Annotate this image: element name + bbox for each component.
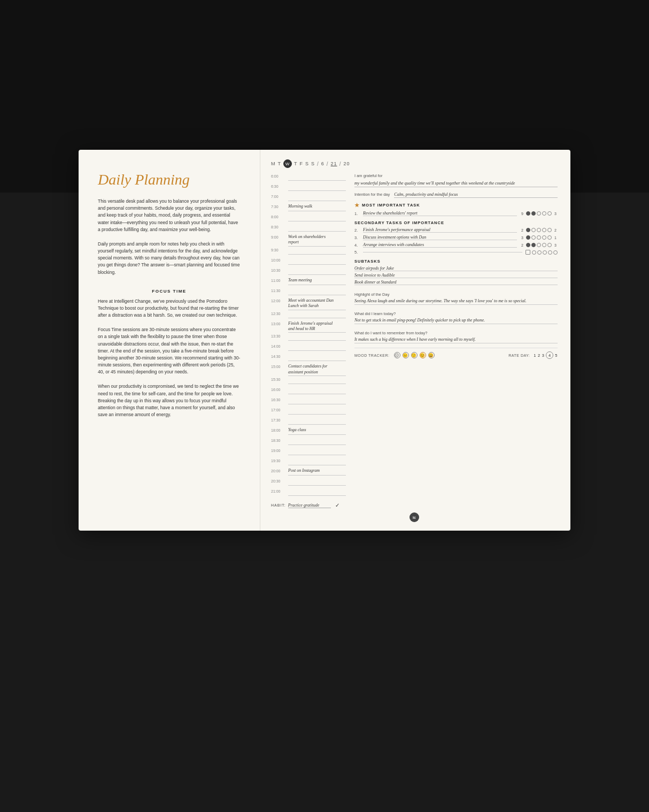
rate-3[interactable]: 3 (542, 353, 545, 358)
day-f[interactable]: F (300, 161, 304, 166)
date-year[interactable]: 20 (343, 161, 350, 166)
schedule-row-1130: 11:30 (271, 288, 346, 297)
schedule-row-1600: 16:00 (271, 387, 346, 396)
time-930: 9:30 (271, 247, 288, 252)
dot-1-5 (547, 211, 552, 216)
rating-target-2: 2 (520, 228, 524, 232)
gratitude-value[interactable]: my wonderful family and the quality time… (354, 180, 558, 187)
time-1230: 12:30 (271, 311, 288, 316)
task-rating-5 (526, 250, 558, 255)
rating-target-3: 3 (520, 236, 524, 240)
task-text-3[interactable]: Discuss investment options with Dan (363, 235, 517, 240)
task-num-1: 1. (354, 211, 360, 216)
learned-label: What did I learn today? (354, 311, 396, 316)
date-day[interactable]: 21 (331, 161, 337, 166)
intro-text: This versatile desk pad allows you to ba… (98, 198, 241, 233)
intention-label: Intention for the day (354, 192, 390, 197)
date-month[interactable]: 6 (321, 161, 324, 166)
star-icon: ★ (354, 202, 360, 208)
schedule-row-830: 8:30 (271, 224, 346, 234)
task-text-4[interactable]: Arrange interviews with candidates (363, 242, 517, 248)
entry-1500[interactable]: Contact candidates forassistant position (288, 364, 346, 376)
remember-value[interactable]: It makes such a big difference when I ha… (354, 336, 558, 343)
entry-1300[interactable]: Finish Jerome's appraisaland head to HR (288, 321, 346, 333)
dot-3-2 (531, 235, 536, 240)
task-num-3: 3. (354, 235, 360, 240)
time-1500: 15:00 (271, 364, 288, 369)
entry-900[interactable]: Work on shareholdersreport (288, 234, 346, 247)
entry-1800[interactable]: Yoga class (288, 427, 346, 435)
time-700: 7:00 (271, 194, 288, 198)
day-t2[interactable]: T (294, 161, 298, 166)
schedule-row-2030: 20:30 (271, 478, 346, 488)
day-s2[interactable]: S (311, 161, 315, 166)
schedule-row-1200: 12:00 Meet with accountant DanLunch with… (271, 298, 346, 310)
task-text-2[interactable]: Finish Jerome's performance appraisal (363, 227, 517, 233)
mood-4-active[interactable]: 😊 (420, 352, 426, 358)
task-num-4: 4. (354, 243, 360, 248)
schedule-row-1930: 19:30 (271, 458, 346, 468)
remember-label: What do I want to remember from today? (354, 331, 427, 335)
entry-1100[interactable]: Team meeting (288, 278, 346, 285)
dot-4-5 (547, 243, 552, 247)
mood-3[interactable]: 🙂 (411, 352, 418, 358)
subtask-text-1[interactable]: Order airpods for Jake (354, 266, 558, 271)
day-t1[interactable]: T (278, 161, 282, 166)
rate-1[interactable]: 1 (534, 353, 536, 358)
mood-5[interactable]: 😄 (428, 352, 435, 358)
entry-730[interactable]: Morning walk (288, 204, 346, 211)
time-1430: 14:30 (271, 354, 288, 358)
dot-3-4 (542, 235, 546, 240)
schedule-row-1730: 17:30 (271, 417, 346, 427)
intention-value[interactable]: Calm, productivity and mindful focus (394, 191, 558, 198)
highlight-value[interactable]: Seeing Alexa laugh and smile during our … (354, 298, 558, 305)
task-text-1[interactable]: Review the shareholders' report (363, 211, 517, 216)
subtask-text-3[interactable]: Book dinner at Standard (354, 280, 558, 285)
schedule-row-1330: 13:30 (271, 333, 346, 343)
schedule-row-1100: 11:00 Team meeting (271, 278, 346, 287)
mood-section: MOOD TRACKER: ☹ 😐 🙂 😊 😄 (354, 352, 435, 358)
mood-2[interactable]: 😐 (403, 352, 409, 358)
rate-2[interactable]: 2 (538, 353, 540, 358)
time-1300: 13:00 (271, 321, 288, 326)
learned-value[interactable]: Not to get stuck in email ping-pong! Def… (354, 317, 558, 324)
schedule-row-930: 9:30 (271, 247, 346, 257)
habit-checkmark[interactable]: ✓ (335, 502, 339, 508)
habit-value[interactable]: Practice gratitude (288, 503, 331, 508)
day-m[interactable]: M (271, 161, 276, 166)
right-inner: 6:00 6:30 7:00 7:30 Morning walk 8:00 (271, 173, 558, 508)
time-1530: 15:30 (271, 377, 288, 381)
dot-5-5 (553, 250, 558, 255)
time-630: 6:30 (271, 183, 288, 188)
time-800: 8:00 (271, 214, 288, 219)
gratitude-row: I am grateful for (354, 173, 558, 178)
ic-logo-circle: ic (410, 512, 419, 522)
schedule-row-1300: 13:00 Finish Jerome's appraisaland head … (271, 321, 346, 333)
time-1900: 19:00 (271, 448, 288, 453)
focus-text-2: Focus Time sessions are 30-minute sessio… (98, 326, 241, 376)
dots-3 (526, 235, 552, 240)
task-rating-2: 2 2 (520, 228, 558, 232)
rate-label: RATE DAY: (508, 354, 530, 357)
day-w-active[interactable]: W (283, 159, 292, 168)
day-s1[interactable]: S (305, 161, 309, 166)
rate-5[interactable]: 5 (555, 353, 558, 358)
schedule-row-2000: 20:00 Post on Instagram (271, 468, 346, 478)
ic-logo-text: ic (413, 516, 416, 519)
subtasks-label: SUBTASKS (354, 259, 558, 264)
most-important-section-title: ★ MOST IMPORTANT TASK (354, 202, 558, 208)
habit-row: HABIT: Practice gratitude ✓ (271, 502, 346, 508)
subtask-text-2[interactable]: Send invoice to Audible (354, 273, 558, 278)
rate-4-active[interactable]: 4 (546, 351, 553, 359)
dot-5-1 (532, 250, 536, 255)
mood-1[interactable]: ☹ (394, 352, 400, 358)
task-text-5[interactable] (363, 252, 522, 252)
schedule-row-700: 7:00 (271, 194, 346, 203)
dots-1 (526, 211, 552, 216)
dot-1-4 (542, 211, 546, 216)
entry-1200[interactable]: Meet with accountant DanLunch with Sarah (288, 298, 346, 310)
page-title: Daily Planning (98, 171, 241, 188)
entry-2000[interactable]: Post on Instagram (288, 468, 346, 476)
dot-2-1 (526, 228, 530, 232)
task-row-2: 2. Finish Jerome's performance appraisal… (354, 227, 558, 233)
